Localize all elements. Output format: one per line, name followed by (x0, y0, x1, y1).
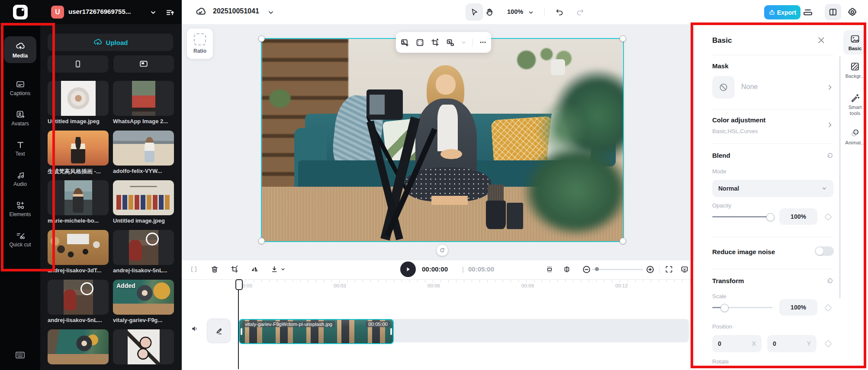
media-item[interactable]: marie-michele-bo... (48, 180, 109, 230)
keyboard-shortcuts-icon[interactable] (14, 349, 26, 361)
user-avatar[interactable]: U (51, 6, 64, 19)
tab-basic[interactable]: Basic (843, 30, 867, 54)
sidebar-item-quick-cut[interactable]: Quick cut (0, 231, 40, 248)
mirror-flip-icon[interactable] (250, 265, 259, 274)
split-clip-icon[interactable] (190, 265, 198, 274)
snapping-icon[interactable] (545, 265, 554, 274)
timeline-clip[interactable]: vitaly-gariev-F9gWctom-pl-unsplash.jpg 0… (239, 319, 394, 344)
download-icon[interactable] (270, 265, 279, 274)
upload-from-phone-button[interactable] (48, 55, 108, 73)
position-keyframe-icon[interactable] (825, 340, 832, 348)
mask-none-button[interactable] (712, 76, 735, 99)
preview-display-icon[interactable] (680, 265, 689, 274)
frame-icon[interactable] (415, 38, 424, 47)
selection-handle-bottom-right[interactable] (620, 238, 626, 244)
download-chevron-icon[interactable] (280, 267, 286, 272)
resize-icon[interactable] (446, 38, 455, 47)
replace-image-icon[interactable] (400, 38, 409, 47)
sidebar-item-media[interactable]: Media (4, 36, 36, 63)
blend-mode-select[interactable]: Normal (712, 180, 833, 197)
screen-record-button[interactable] (113, 55, 174, 73)
timeline-zoom-slider-knob[interactable] (595, 267, 599, 271)
selection-handle-bottom-left[interactable] (258, 238, 265, 244)
transform-reset-icon[interactable] (826, 277, 834, 284)
zoom-level[interactable]: 100% (507, 8, 523, 15)
sidebar-item-avatars[interactable]: Avatars (0, 110, 40, 127)
media-item[interactable]: Added vitaly-gariev-F9g... (113, 280, 174, 329)
media-item[interactable]: andrej-lisakov-5nL... (113, 230, 174, 280)
media-item[interactable]: Untitled image.jpeg (48, 81, 109, 131)
reduce-noise-toggle[interactable] (815, 246, 834, 256)
export-button[interactable]: Export (764, 5, 800, 19)
sort-list-icon[interactable] (165, 8, 175, 17)
ratio-button[interactable]: Ratio (187, 29, 213, 59)
crop-icon[interactable] (431, 38, 440, 47)
color-adjustment-label[interactable]: Color adjustment (712, 116, 765, 124)
upload-button[interactable]: Upload (48, 34, 173, 51)
resize-chevron-down-icon[interactable] (461, 40, 466, 45)
tab-background[interactable]: Backgr... (843, 61, 867, 79)
rotate-handle[interactable] (437, 245, 448, 256)
mask-chevron-right-icon[interactable] (826, 84, 833, 91)
media-item[interactable] (48, 329, 109, 370)
timeline-zoom-out-icon[interactable] (582, 265, 591, 274)
sidebar-item-captions[interactable]: Captions (0, 80, 40, 96)
hand-tool-button[interactable] (485, 7, 494, 17)
media-item[interactable]: andrej-lisakov-5nL... (48, 280, 109, 329)
sidebar-item-elements[interactable]: Elements (0, 201, 40, 217)
media-item[interactable] (113, 329, 174, 370)
settings-gear-icon[interactable] (847, 7, 858, 17)
scale-keyframe-icon[interactable] (825, 304, 832, 312)
playhead[interactable] (238, 279, 239, 369)
media-item[interactable]: andrej-lisakov-3dT... (48, 230, 109, 280)
video-preview[interactable] (262, 39, 623, 241)
media-item[interactable]: adolfo-felix-VYW... (113, 131, 174, 180)
delete-icon[interactable] (210, 265, 219, 274)
toggle-panel-button[interactable] (825, 4, 841, 20)
media-item[interactable]: Untitled image.jpeg (113, 180, 174, 230)
blend-reset-icon[interactable] (826, 152, 834, 159)
timeline-zoom-in-icon[interactable] (646, 265, 655, 274)
media-item[interactable]: WhatsApp Image 2... (113, 81, 174, 131)
position-x-input[interactable]: 0 X (712, 335, 762, 352)
timeline-zoom-slider[interactable] (592, 269, 643, 270)
close-icon[interactable] (817, 36, 825, 44)
sidebar-item-text[interactable]: Text (0, 140, 40, 157)
panel-scrollbar[interactable] (839, 56, 841, 298)
undo-button[interactable] (555, 7, 564, 17)
edit-cover-button[interactable] (207, 319, 231, 343)
position-y-input[interactable]: 0 Y (767, 335, 817, 352)
fullscreen-icon[interactable] (665, 265, 673, 274)
app-logo[interactable] (13, 5, 28, 19)
tab-smart-tools[interactable]: Smart tools (843, 92, 867, 117)
clip-trim-handle-left[interactable] (241, 328, 242, 335)
play-button[interactable] (400, 262, 416, 277)
clip-trim-handle-right[interactable] (390, 328, 392, 335)
split-at-playhead-icon[interactable] (563, 265, 571, 274)
tab-animation[interactable]: Animat... (843, 128, 867, 146)
opacity-keyframe-icon[interactable] (825, 214, 832, 221)
media-item[interactable]: 生成梵高风格插画 -... (48, 131, 109, 180)
project-chevron-down-icon[interactable] (267, 9, 274, 16)
cloud-save-icon[interactable] (195, 6, 206, 18)
selection-handle-top-right[interactable] (620, 35, 626, 42)
timeline-ruler[interactable]: 00:00 00:03 00:06 00:09 00:12 (182, 279, 691, 292)
more-options-icon[interactable] (479, 38, 487, 46)
zoom-chevron-down-icon[interactable] (528, 10, 534, 16)
playhead-handle[interactable] (235, 279, 243, 290)
crop-clip-icon[interactable] (230, 265, 239, 274)
redo-button[interactable] (575, 7, 585, 17)
scale-value[interactable]: 100% (779, 299, 817, 316)
opacity-slider[interactable] (712, 216, 773, 217)
sidebar-item-audio[interactable]: Audio (0, 170, 40, 187)
opacity-value[interactable]: 100% (779, 208, 817, 225)
opacity-slider-knob[interactable] (766, 213, 775, 221)
select-tool-button[interactable] (466, 3, 483, 21)
selection-handle-top-left[interactable] (258, 35, 265, 42)
project-name[interactable]: 202510051041 (213, 7, 259, 15)
print-icon[interactable] (802, 7, 813, 18)
username-chevron-down-icon[interactable] (150, 9, 157, 16)
scale-slider-knob[interactable] (720, 304, 729, 312)
track-mute-icon[interactable] (190, 324, 199, 333)
color-adjustment-chevron-icon[interactable] (826, 121, 833, 128)
